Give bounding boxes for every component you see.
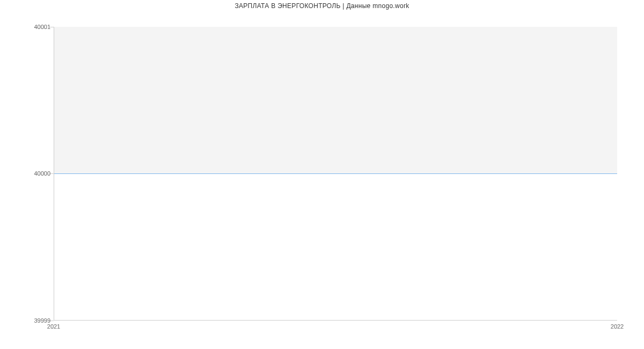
area-fill: [54, 27, 617, 173]
plot-area: [54, 27, 617, 321]
y-tick-label: 40000: [34, 170, 50, 177]
chart-container: ЗАРПЛАТА В ЭНЕРГОКОНТРОЛЬ | Данные mnogo…: [0, 0, 644, 349]
x-tick-label: 2022: [611, 323, 624, 330]
chart-title: ЗАРПЛАТА В ЭНЕРГОКОНТРОЛЬ | Данные mnogo…: [0, 2, 644, 10]
y-tick-label: 40001: [34, 24, 50, 30]
series-line: [54, 173, 617, 174]
x-tick-label: 2021: [47, 323, 60, 330]
